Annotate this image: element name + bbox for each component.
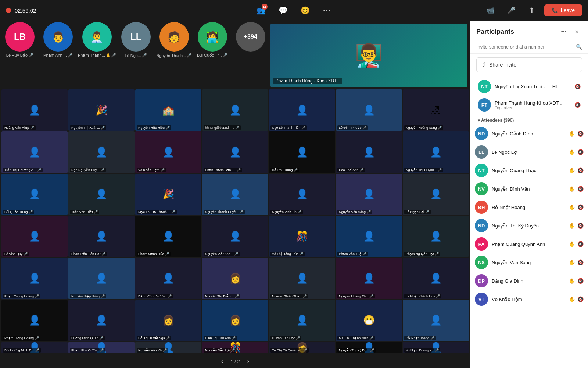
attendee-item[interactable]: LL Lê Ngọc Lợi ✋ 🔇 — [473, 143, 585, 161]
grid-cell[interactable]: 👤Lê Nhật Khánh Huy 🎤 — [403, 258, 469, 299]
phone-icon: 📞 — [552, 7, 558, 13]
grid-cell[interactable]: 👤Phạm Phú Cường 🎤 — [68, 342, 135, 353]
pinned-ll[interactable]: LL Lê Ngô... 🎤 — [118, 22, 154, 89]
grid-cell[interactable]: 👤Nguyễn Viết Anh... 🎤 — [202, 216, 268, 257]
attendee-mic-icon: 🔇 — [577, 296, 584, 302]
grid-cell[interactable]: 👤Nguyên Thạnh Huyê... 🎤 — [202, 174, 268, 215]
grid-cell-name: Võ Thị Hồng Trúc 🎤 — [270, 252, 305, 256]
grid-cell[interactable]: 👤Huỳnh Văn Lộc 🎤 — [269, 300, 335, 341]
grid-cell[interactable]: 👤Võ Khắc Tiệm 🎤 — [135, 131, 201, 173]
grid-cell[interactable]: 👤Bùi Lương Minh Đ... 🎤 — [1, 342, 68, 353]
grid-cell[interactable]: 👤Nguyễn Vinh Tin 🎤 — [269, 174, 335, 215]
grid-cell[interactable]: 👩Đỗ Thị Tuyết Nga 🎤 — [135, 300, 201, 341]
grid-cell[interactable]: 👤Hoàng Văn Hiệp 🎤 — [1, 89, 68, 131]
attendee-item[interactable]: PA Phạm Quang Quỳnh Anh ✋ 🔇 — [473, 235, 585, 253]
grid-cell[interactable]: 👤Đỗ Nhật Hoàng 🎤 — [403, 300, 469, 341]
grid-cell[interactable]: 👤Nguyễn Thị Quỳnh... 🎤 — [403, 131, 469, 173]
grid-cell[interactable]: 🎊Võ Thị Hồng Trúc 🎤 — [269, 216, 335, 257]
grid-cell-name: Lê Nhật Khánh Huy 🎤 — [404, 294, 441, 298]
next-page-button[interactable]: › — [244, 357, 252, 366]
share-invite-button[interactable]: ⤴ Share invite — [476, 57, 582, 72]
organizer-item-hung[interactable]: PT Phạm Thạnh Hung-Khoa XDT... Organizer… — [476, 96, 582, 114]
grid-cell[interactable]: 👤Ngô Lê Thạnh Tiên 🎤 — [269, 89, 335, 131]
pinned-lb[interactable]: LB Lê Huy Bảo 🎤 — [1, 22, 38, 89]
grid-cell[interactable]: 🎊Nguyễn Đắc Lợi 🎤 — [202, 342, 268, 353]
grid-cell[interactable]: 👤hhhung@dut.udn.... 🎤 — [202, 89, 268, 131]
attendee-mic-icon: 🔇 — [577, 259, 584, 265]
grid-cell[interactable]: 👤Nguyễn Văn Vũ 🎤 — [135, 342, 201, 353]
attendee-mic-icon: 🔇 — [577, 149, 584, 155]
grid-cell[interactable]: 👤Phạm Trọng Hoàng 🎤 — [1, 300, 68, 341]
grid-cell[interactable]: 👤Trần Thị Phương A... 🎤 — [1, 131, 68, 173]
grid-cell[interactable]: 👤Nguyên Văn Sáng 🎤 — [336, 174, 402, 215]
participants-badge: 16 — [262, 4, 268, 10]
grid-cell[interactable]: 🎉Nguyên Thị Xuân... 🎤 — [68, 89, 135, 131]
grid-cell[interactable]: 👤Vo Ngoc Duong -... 🎤 — [403, 342, 469, 353]
attendee-item[interactable]: NV Nguyễn Đình Văn ✋ 🔇 — [473, 180, 585, 198]
pinned-more[interactable]: +394 — [232, 22, 269, 89]
pinned-bq[interactable]: 🧑‍💻 Bùi Quốc Tr... 🎤 — [194, 22, 231, 89]
grid-cell-name: Nguyên Hiệp Hùng 🎤 — [70, 294, 106, 298]
grid-cell[interactable]: 🎉Mạc Thị Hạ Thạnh ... 🎤 — [135, 174, 201, 215]
participants-button[interactable]: 👥 16 — [254, 3, 268, 18]
attendee-name: Nguyễn Văn Sáng — [492, 260, 565, 265]
grid-cell-name: Phạm Phú Cường 🎤 — [70, 348, 105, 353]
attendee-item[interactable]: NS Nguyễn Văn Sáng ✋ 🔇 — [473, 253, 585, 272]
main-content: LB Lê Huy Bảo 🎤 👨 Phạm Anh ... 🎤 👨‍💼 Phạ… — [0, 21, 588, 368]
hand-raised-icon: ✋ — [569, 259, 575, 265]
attendee-item[interactable]: ĐP Đặng Gia Dinh ✋ 🔇 — [473, 272, 585, 290]
prev-page-button[interactable]: ‹ — [218, 357, 226, 366]
chat-button[interactable]: 💬 — [276, 3, 290, 18]
grid-cell[interactable]: 👤Lương Minh Quân 🎤 — [68, 300, 135, 341]
grid-cell[interactable]: 👤Bùi Quốc Trung 🎤 — [1, 174, 68, 215]
pinned-nt[interactable]: 🧑 Nguyên Thanh... 🎤 — [156, 22, 193, 89]
grid-cell-name: Lê Vinh Quy 🎤 — [3, 252, 29, 256]
grid-cell[interactable]: 👤Đặng Công Vương 🎤 — [135, 258, 201, 299]
grid-cell[interactable]: 👤Nguyên Hoàng Th... 🎤 — [336, 258, 402, 299]
grid-cell[interactable]: 👤Lê Vinh Quy 🎤 — [1, 216, 68, 257]
pinned-pa[interactable]: 👨 Phạm Anh ... 🎤 — [40, 22, 76, 89]
grid-cell[interactable]: 👤Phạm Văn Tuệ 🎤 — [336, 216, 402, 257]
grid-cell[interactable]: 👩Tạ Thị Tô Quyên -... 🎤 — [269, 342, 335, 353]
organizer-item-tuoi[interactable]: NT Nguyên Thị Xuan Tuoi - TTHL 🔇 — [476, 77, 582, 96]
search-input[interactable] — [476, 44, 573, 50]
attendee-item[interactable]: ND Nguyễn Thị Kỳ Duyên ✋ 🔇 — [473, 216, 585, 235]
more-button[interactable]: ••• — [320, 3, 334, 18]
pinned-pt[interactable]: 👨‍💼 Phạm Thạnh... ✋🎤 — [78, 22, 116, 89]
attendee-item[interactable]: ĐH Đỗ Nhật Hoàng ✋ 🔇 — [473, 198, 585, 216]
mic-button[interactable]: 🎤 — [503, 4, 519, 17]
panel-more-button[interactable]: ••• — [559, 26, 569, 37]
grid-cell-name: Nguyễn Văn Vũ 🎤 — [137, 348, 168, 353]
grid-cell[interactable]: 👤Lê Ngọc Lợi 🎤 — [403, 174, 469, 215]
grid-cell[interactable]: 👤Phạn Thạnh Sơn -... 🎤 — [202, 131, 268, 173]
share-screen-button[interactable]: ⬆ — [524, 4, 540, 17]
attendee-item[interactable]: NT Nguyễn Quang Thạc ✋ 🔇 — [473, 161, 585, 180]
grid-cell[interactable]: 👤Phạm Nguyễn Đạt 🎤 — [403, 216, 469, 257]
attendee-mic-icon: 🔇 — [577, 131, 584, 137]
leave-button[interactable]: 📞 Leave — [544, 4, 582, 16]
grid-cell[interactable]: 🏖Nguyễn Hoàng Sang 🎤 — [403, 89, 469, 131]
attendee-item[interactable]: VT Võ Khắc Tiệm ✋ 🔇 — [473, 290, 585, 308]
grid-cell[interactable]: 👤Lê Đình Phước 🎤 — [336, 89, 402, 131]
grid-cell[interactable]: 👤Đỗ Phú Trung 🎤 — [269, 131, 335, 173]
grid-cell-name: Nguyễn Vinh Tin 🎤 — [270, 210, 303, 214]
grid-cell[interactable]: 👤Phạm Mạnh Đức 🎤 — [135, 216, 201, 257]
attendee-item[interactable]: ND Nguyễn Cảnh Định ✋ 🔇 — [473, 124, 585, 143]
grid-cell[interactable]: 👤Nguyên Hiệp Hùng 🎤 — [68, 258, 135, 299]
grid-cell[interactable]: 👤Trần Văn Triết 🎤 — [68, 174, 135, 215]
grid-cell[interactable]: 👤Phạm Trọng Hoàng 🎤 — [1, 258, 68, 299]
camera-button[interactable]: 📹 — [483, 4, 499, 17]
grid-cell[interactable]: 👩Nguyên Thị Diễm... 🎤 — [202, 258, 268, 299]
mic-nt: 🎤 — [187, 53, 192, 58]
reactions-button[interactable]: 😊 — [298, 3, 312, 18]
grid-cell[interactable]: 👤Phan Trần Tiên Đạt 🎤 — [68, 216, 135, 257]
grid-cell[interactable]: 👤Ngô Nguyễn Duy... 🎤 — [68, 131, 135, 173]
grid-cell[interactable]: 😷Mai Thị Thạnh Niên 🎤 — [336, 300, 402, 341]
grid-cell[interactable]: 🏫Nguyên Hữu Hiêu 🎤 — [135, 89, 201, 131]
panel-close-button[interactable]: ✕ — [572, 26, 582, 37]
grid-cell[interactable]: 👩Đinh Thị Lan Anh 🎤 — [202, 300, 268, 341]
attendee-avatar: NV — [475, 182, 488, 195]
grid-cell[interactable]: 👤Cao Thế Anh 🎤 — [336, 131, 402, 173]
grid-cell[interactable]: 👤Nguyễn Thị Kỳ Du... 🎤 — [336, 342, 402, 353]
grid-cell[interactable]: 👤Nguyên Thiên Thà... 🎤 — [269, 258, 335, 299]
